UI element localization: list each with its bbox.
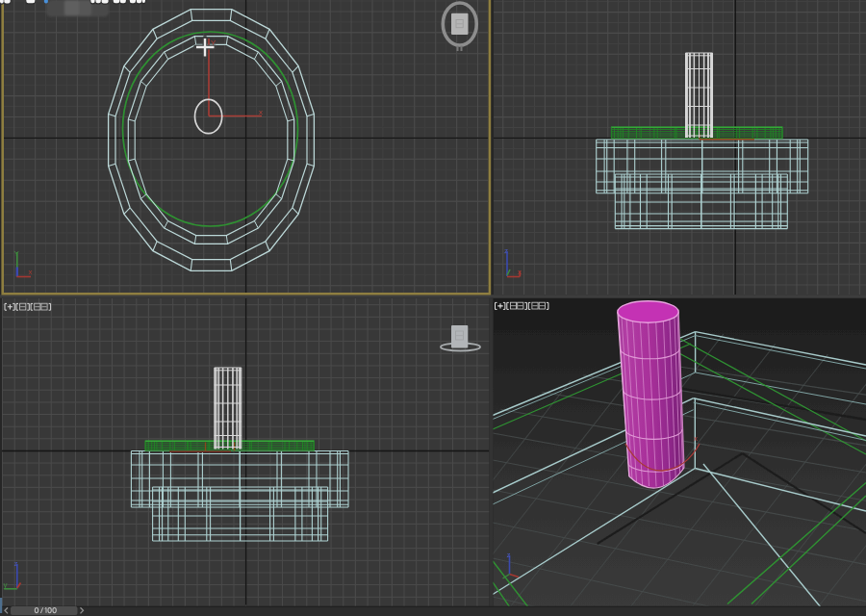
svg-text:y: y [4, 580, 8, 589]
svg-text:z: z [507, 551, 511, 559]
svg-text:x: x [29, 268, 33, 276]
svg-text:x: x [694, 434, 698, 443]
svg-text:x: x [259, 108, 263, 116]
svg-text:z: z [14, 559, 18, 568]
svg-text:Y: Y [14, 249, 20, 258]
svg-text:z: z [504, 246, 508, 255]
